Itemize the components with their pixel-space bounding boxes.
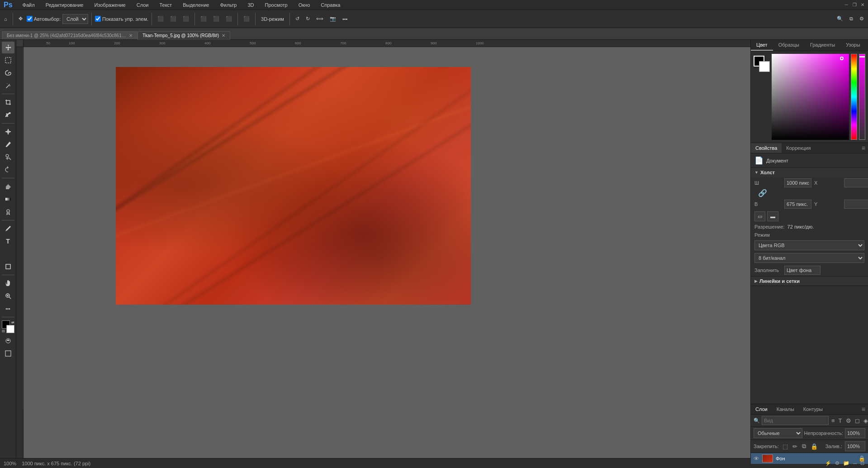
status-minimize-icon[interactable]: ─ <box>853 461 857 466</box>
layer-search-input[interactable] <box>762 416 829 425</box>
color-tab-patterns[interactable]: Узоры <box>840 40 865 51</box>
align-right[interactable]: ⬛ <box>180 14 191 23</box>
landscape-btn[interactable]: ▬ <box>767 211 778 221</box>
color-tab-gradients[interactable]: Градиенты <box>805 40 840 51</box>
healing-tool[interactable] <box>2 126 14 138</box>
align-center-h[interactable]: ⬛ <box>168 14 179 23</box>
menu-layer[interactable]: Слои <box>134 1 152 9</box>
rotate-left[interactable]: ↺ <box>293 14 302 23</box>
color-spectrum[interactable] <box>772 54 849 140</box>
tab-0[interactable]: Без имени-1 @ 25% (4d2afd0721b5d0ea46f84… <box>2 31 138 39</box>
swap-colors-btn[interactable]: ⇄ <box>11 320 14 325</box>
hand-tool[interactable] <box>2 277 14 289</box>
minimize-btn[interactable]: ─ <box>843 1 850 9</box>
layer-filter-type[interactable]: ≡ <box>830 416 836 425</box>
link-proportions-icon[interactable]: 🔗 <box>758 189 767 197</box>
flip-h[interactable]: ⟺ <box>314 14 326 23</box>
color-tab-swatches[interactable]: Образцы <box>773 40 805 51</box>
menu-edit[interactable]: Редактирование <box>43 1 86 9</box>
layer-filter-text[interactable]: T <box>838 416 843 425</box>
arrange-btn[interactable]: ⧉ <box>847 14 855 23</box>
menu-select[interactable]: Выделение <box>180 1 212 9</box>
tab-layers[interactable]: Слои <box>751 404 772 414</box>
y-input[interactable] <box>844 200 868 209</box>
magic-wand-tool[interactable] <box>2 80 14 91</box>
search-btn[interactable]: 🔍 <box>835 14 845 23</box>
align-center-v[interactable]: ⬛ <box>211 14 222 23</box>
align-left[interactable]: ⬛ <box>155 14 166 23</box>
close-btn[interactable]: ✕ <box>859 1 866 9</box>
layer-filter-smart[interactable]: ◈ <box>863 416 868 425</box>
show-controls-checkbox[interactable] <box>95 16 101 22</box>
zoom-tool[interactable] <box>2 290 14 302</box>
layer-filter-shape[interactable]: ◻ <box>854 416 861 425</box>
restore-btn[interactable]: ❐ <box>851 1 858 9</box>
mode-select[interactable]: Цвета RGB <box>754 240 864 250</box>
tab-correction[interactable]: Коррекция <box>782 143 815 153</box>
color-tab-color[interactable]: Цвет <box>751 40 773 51</box>
eyedropper-tool[interactable] <box>2 109 14 121</box>
fill-input-layers[interactable] <box>845 441 865 451</box>
distribute-h[interactable]: ⬛ <box>241 14 252 23</box>
pen-tool[interactable] <box>2 223 14 234</box>
quick-mask-btn[interactable] <box>2 335 14 347</box>
status-resize-icon[interactable]: ⊡ <box>860 460 864 466</box>
gradient-tool[interactable] <box>2 193 14 205</box>
default-colors-btn[interactable]: ⊟ <box>2 329 5 333</box>
visibility-icon[interactable]: 👁 <box>754 455 759 462</box>
height-input[interactable] <box>784 200 811 209</box>
menu-file[interactable]: Файл <box>20 1 38 9</box>
camera-icon[interactable]: 📷 <box>327 14 338 23</box>
canvas-area[interactable]: 50 100 200 300 400 500 600 700 800 900 1… <box>16 40 750 458</box>
more-options[interactable]: ••• <box>340 15 350 23</box>
lock-all-btn[interactable]: 🔒 <box>810 442 819 451</box>
tab-1[interactable]: Tkan-Tempo_5.jpg @ 100% (RGB/8#) ✕ <box>138 31 230 40</box>
move-tool-option[interactable]: ✥ <box>16 14 25 23</box>
grids-section-header[interactable]: ▶ Линейки и сетки <box>751 277 868 286</box>
menu-help[interactable]: Справка <box>318 1 343 9</box>
autowrap-checkbox[interactable] <box>27 16 33 22</box>
menu-view[interactable]: Просмотр <box>262 1 290 9</box>
eraser-tool[interactable] <box>2 181 14 192</box>
lock-position-btn[interactable]: ✏ <box>792 442 798 451</box>
align-bottom[interactable]: ⬛ <box>223 14 234 23</box>
color-panel-close[interactable]: ≡ <box>866 40 868 51</box>
3d-mode[interactable]: 3D-режим <box>259 15 286 23</box>
canvas-section-header[interactable]: ▼ Холст <box>751 168 868 177</box>
layer-select[interactable]: Слой <box>62 14 88 24</box>
workspace-btn[interactable]: ⚙ <box>857 14 866 23</box>
opacity-input[interactable] <box>845 428 865 438</box>
home-button[interactable]: ⌂ <box>2 15 9 23</box>
tab-1-close[interactable]: ✕ <box>222 33 225 38</box>
align-top[interactable]: ⬛ <box>198 14 209 23</box>
screen-mode-btn[interactable] <box>2 348 14 359</box>
menu-text[interactable]: Текст <box>157 1 175 9</box>
clone-tool[interactable] <box>2 151 14 163</box>
menu-3d[interactable]: 3D <box>245 1 256 9</box>
lasso-tool[interactable] <box>2 67 14 79</box>
blend-mode-select[interactable]: Обычные <box>754 428 802 438</box>
x-input[interactable] <box>844 178 868 187</box>
tab-0-close[interactable]: ✕ <box>129 33 133 38</box>
bit-depth-select[interactable]: 8 бит/канал <box>754 253 864 263</box>
tab-channels[interactable]: Каналы <box>772 404 799 414</box>
menu-filter[interactable]: Фильтр <box>217 1 239 9</box>
fill-input[interactable] <box>784 266 821 275</box>
shape-tool[interactable] <box>2 261 14 272</box>
menu-window[interactable]: Окно <box>296 1 313 9</box>
menu-image[interactable]: Изображение <box>91 1 128 9</box>
status-settings-icon[interactable]: ⚙ <box>835 460 840 466</box>
history-brush-tool[interactable] <box>2 164 14 176</box>
marquee-tool[interactable] <box>2 54 14 66</box>
alpha-slider[interactable] <box>859 54 865 140</box>
layer-filter-adjustment[interactable]: ⚙ <box>845 416 852 425</box>
burn-tool[interactable] <box>2 206 14 218</box>
layers-panel-close[interactable]: ≡ <box>859 406 868 413</box>
path-select-tool[interactable] <box>2 248 14 260</box>
properties-panel-close[interactable]: ≡ <box>859 144 868 152</box>
move-tool[interactable] <box>2 42 14 53</box>
brush-tool[interactable] <box>2 138 14 150</box>
width-input[interactable] <box>784 178 811 187</box>
lock-artboards-btn[interactable]: ⧉ <box>801 442 807 451</box>
crop-tool[interactable] <box>2 96 14 108</box>
